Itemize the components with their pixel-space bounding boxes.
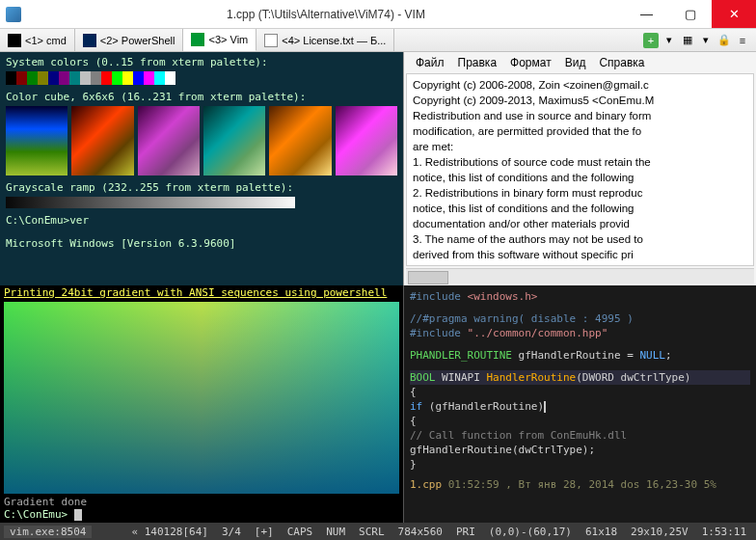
tab-license[interactable]: <4> License.txt — Б... bbox=[256, 29, 394, 51]
code: PHANDLER_ROUTINE bbox=[410, 349, 512, 362]
text-line: Copyright (c) 2006-2008, Zoin <zoinen@gm… bbox=[413, 78, 747, 93]
window-title: 1.cpp (T:\Utils\Alternative\ViM74) - VIM bbox=[27, 8, 625, 21]
text-line: notice, this list of conditions and the … bbox=[413, 171, 747, 185]
code: <windows.h> bbox=[468, 290, 538, 303]
horizontal-scrollbar[interactable] bbox=[406, 268, 754, 284]
vim-icon bbox=[191, 33, 204, 46]
color-cube bbox=[6, 106, 397, 176]
tab-label: <3> Vim bbox=[208, 34, 248, 45]
text-line: 1. Redistributions of source code must r… bbox=[413, 155, 747, 170]
code: #include bbox=[410, 327, 468, 339]
done-line: Gradient done bbox=[4, 496, 399, 508]
tool-dropdown-icon[interactable]: ▾ bbox=[698, 33, 714, 48]
status-clock: 1:53:11 bbox=[696, 526, 752, 538]
ansi-gradient bbox=[4, 302, 399, 494]
vim-editor[interactable]: #include <windows.h> //#pragma warning( … bbox=[403, 285, 756, 523]
gradient-title: Printing 24bit gradient with ANSI sequen… bbox=[0, 285, 403, 300]
code: gfHandlerRoutine = bbox=[512, 349, 639, 362]
menu-help[interactable]: Справка bbox=[593, 54, 650, 71]
lock-icon[interactable]: 🔒 bbox=[716, 33, 732, 48]
status-size: 756x540 bbox=[392, 526, 448, 538]
prompt-line: C:\ConEmu>ver bbox=[6, 214, 397, 228]
code: "../common/common.hpp" bbox=[468, 327, 608, 339]
new-tab-button[interactable]: + bbox=[643, 33, 659, 48]
code: (DWORD dwCtrlType) bbox=[576, 371, 690, 384]
notepad-panel: Файл Правка Формат Вид Справка Copyright… bbox=[403, 52, 756, 285]
code: { bbox=[410, 414, 750, 428]
main-area: System colors (0..15 from xterm palette)… bbox=[0, 52, 756, 523]
code: HandlerRoutine bbox=[486, 371, 576, 384]
cmd-icon bbox=[8, 34, 21, 47]
code: NULL bbox=[639, 349, 665, 362]
text-line: Color cube, 6x6x6 (16..231 from xterm pa… bbox=[6, 91, 397, 104]
status-info: 01:52:59 , Вт янв 28, 2014 dos 16,23-30 … bbox=[442, 478, 716, 491]
cursor bbox=[544, 401, 546, 413]
code: if bbox=[410, 400, 422, 413]
status-caps: CAPS bbox=[282, 526, 319, 538]
text-line: Redistribution and use in source and bin… bbox=[413, 109, 747, 123]
status-pane[interactable]: 3/4 bbox=[216, 526, 247, 538]
text-line: modification, are permitted provided tha… bbox=[413, 124, 747, 139]
code: WINAPI bbox=[436, 371, 487, 384]
tab-tools: + ▾ ▦ ▾ 🔒 ≡ bbox=[643, 29, 756, 51]
window-controls: — ▢ ✕ bbox=[625, 0, 756, 28]
tab-label: <1> cmd bbox=[25, 35, 67, 46]
filename: 1.cpp bbox=[410, 478, 442, 491]
text-line: System colors (0..15 from xterm palette)… bbox=[6, 56, 397, 69]
text-line: are met: bbox=[413, 140, 747, 154]
app-icon bbox=[6, 7, 21, 22]
version-line: Microsoft Windows [Version 6.3.9600] bbox=[6, 237, 397, 251]
status-bar: vim.exe:8504 « 140128[64] 3/4 [+] CAPS N… bbox=[0, 523, 756, 540]
text-line: Copyright (c) 2009-2013, Maximus5 <ConEm… bbox=[413, 94, 747, 108]
tab-vim[interactable]: <3> Vim bbox=[183, 29, 256, 51]
tab-cmd[interactable]: <1> cmd bbox=[0, 29, 75, 51]
text-line: Grayscale ramp (232..255 from xterm pale… bbox=[6, 181, 397, 195]
code: //#pragma warning( disable : 4995 ) bbox=[410, 311, 750, 326]
status-num: NUM bbox=[320, 526, 351, 538]
status-process[interactable]: vim.exe:8504 bbox=[4, 526, 92, 538]
dropdown-icon[interactable]: ▾ bbox=[662, 33, 677, 48]
grayscale-ramp bbox=[6, 197, 295, 208]
menu-file[interactable]: Файл bbox=[410, 54, 450, 71]
minimize-button[interactable]: — bbox=[625, 0, 668, 28]
cursor bbox=[74, 509, 82, 521]
powershell-icon bbox=[83, 34, 96, 47]
code: gfHandlerRoutine(dwCtrlType); bbox=[410, 443, 750, 457]
text-line: notice, this list of conditions and the … bbox=[413, 202, 747, 216]
gradient-footer: Gradient done C:\ConEmu> bbox=[0, 496, 403, 523]
titlebar: 1.cpp (T:\Utils\Alternative\ViM74) - VIM… bbox=[0, 0, 756, 29]
status-build[interactable]: « 140128[64] bbox=[125, 526, 213, 538]
text-line: 3. The name of the authors may not be us… bbox=[413, 232, 747, 247]
status-flag[interactable]: [+] bbox=[249, 526, 280, 538]
status-cells: 61x18 bbox=[580, 526, 623, 538]
system-colors-swatch bbox=[6, 71, 397, 85]
document-icon bbox=[264, 34, 278, 47]
tab-bar: <1> cmd <2> PowerShell <3> Vim <4> Licen… bbox=[0, 29, 756, 52]
code: { bbox=[410, 385, 750, 399]
tab-powershell[interactable]: <2> PowerShell bbox=[75, 29, 184, 51]
status-coords: (0,0)-(60,17) bbox=[483, 526, 578, 538]
code: #include bbox=[410, 290, 468, 303]
text-line: 2. Redistributions in binary form must r… bbox=[413, 186, 747, 201]
vim-statusline: 1.cpp 01:52:59 , Вт янв 28, 2014 dos 16,… bbox=[410, 477, 750, 492]
text-line: derived from this software without speci… bbox=[413, 248, 747, 262]
menu-edit[interactable]: Правка bbox=[452, 54, 503, 71]
status-font: 29x10,25V bbox=[625, 526, 694, 538]
text-line: documentation and/or other materials pro… bbox=[413, 217, 747, 231]
menu-icon[interactable]: ≡ bbox=[735, 33, 750, 48]
code: ; bbox=[665, 349, 672, 362]
tab-label: <4> License.txt — Б... bbox=[282, 35, 386, 46]
close-button[interactable]: ✕ bbox=[712, 0, 756, 28]
maximize-button[interactable]: ▢ bbox=[668, 0, 712, 28]
prompt: C:\ConEmu> bbox=[4, 508, 74, 521]
code: (gfHandlerRoutine) bbox=[422, 400, 544, 413]
menu-view[interactable]: Вид bbox=[559, 54, 592, 71]
code: } bbox=[410, 457, 750, 472]
license-text[interactable]: Copyright (c) 2006-2008, Zoin <zoinen@gm… bbox=[406, 73, 754, 266]
terminal-xterm-palette[interactable]: System colors (0..15 from xterm palette)… bbox=[0, 52, 403, 285]
menu-format[interactable]: Формат bbox=[504, 54, 557, 71]
terminal-gradient[interactable]: Printing 24bit gradient with ANSI sequen… bbox=[0, 285, 403, 523]
grid-icon[interactable]: ▦ bbox=[680, 33, 695, 48]
code: // Call function from ConEmuHk.dll bbox=[410, 428, 750, 443]
status-pri: PRI bbox=[450, 526, 481, 538]
